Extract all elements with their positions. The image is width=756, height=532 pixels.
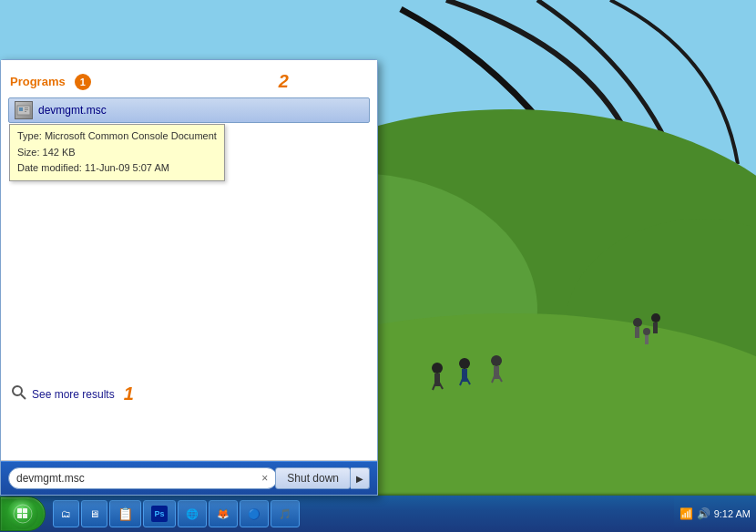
taskbar-item-chrome[interactable]: 🌐 — [178, 500, 207, 527]
taskbar-item-itunes[interactable]: 🎵 — [271, 500, 300, 527]
svg-point-13 — [491, 355, 502, 366]
taskbar: 🗂 🖥 📋 Ps 🌐 🦊 🔵 🎵 — [0, 496, 756, 532]
itunes-icon: 🎵 — [279, 508, 291, 520]
see-more-label: See more results — [32, 388, 115, 401]
volume-tray-icon: 🔊 — [697, 506, 711, 521]
taskbar-item-firefox[interactable]: 🦊 — [209, 500, 238, 527]
svg-point-5 — [432, 363, 443, 373]
programs-label: Programs — [10, 75, 66, 88]
search-input[interactable] — [8, 467, 278, 489]
svg-point-30 — [14, 505, 32, 523]
svg-rect-34 — [23, 514, 27, 518]
taskbar-items: 🗂 🖥 📋 Ps 🌐 🦊 🔵 🎵 — [49, 500, 674, 527]
firefox-icon: 🦊 — [217, 508, 230, 520]
finder-icon: 🔵 — [248, 508, 261, 520]
chrome-icon: 🌐 — [186, 508, 199, 520]
search-icon — [12, 385, 26, 403]
start-menu-content: Programs 1 2 devmgmt.msc — [1, 60, 377, 461]
shutdown-arrow-button[interactable]: ▶ — [351, 467, 370, 489]
start-menu-bottom: × Shut down ▶ — [1, 461, 377, 495]
devmgmt-tooltip: Type: Microsoft Common Console Document … — [9, 124, 225, 181]
svg-rect-25 — [25, 107, 28, 108]
svg-rect-18 — [635, 327, 639, 338]
svg-rect-24 — [19, 107, 23, 111]
svg-rect-32 — [23, 508, 27, 513]
svg-rect-27 — [25, 111, 26, 112]
taskbar-item-manager[interactable]: 🖥 — [81, 500, 107, 527]
tooltip-size: Size: 142 KB — [17, 145, 217, 161]
svg-point-21 — [643, 328, 650, 335]
annotation-1: 1 — [124, 384, 134, 404]
notepad-icon: 📋 — [117, 506, 133, 521]
svg-point-9 — [459, 358, 470, 369]
svg-rect-31 — [17, 508, 22, 513]
programs-count: 1 — [75, 74, 91, 90]
system-tray: 📶 🔊 9:12 AM — [674, 496, 756, 531]
taskbar-clock: 9:12 AM — [714, 508, 751, 519]
devmgmt-icon — [15, 101, 33, 119]
svg-rect-22 — [645, 335, 649, 344]
svg-point-28 — [13, 386, 22, 395]
programs-header: Programs 1 2 — [8, 67, 370, 97]
svg-point-19 — [651, 313, 660, 322]
photoshop-icon: Ps — [151, 506, 168, 522]
svg-line-29 — [21, 394, 26, 399]
shutdown-group: Shut down ▶ — [275, 467, 370, 489]
start-menu: Programs 1 2 devmgmt.msc — [0, 59, 378, 496]
taskbar-item-finder[interactable]: 🔵 — [240, 500, 269, 527]
explorer-icon: 🗂 — [61, 508, 71, 519]
annotation-2: 2 — [279, 71, 289, 92]
network-tray-icon: 📶 — [679, 506, 694, 521]
windows-orb — [7, 498, 38, 529]
svg-rect-33 — [17, 514, 22, 518]
svg-rect-20 — [653, 322, 658, 333]
taskbar-item-explorer[interactable]: 🗂 — [53, 500, 79, 527]
shutdown-button[interactable]: Shut down — [275, 467, 351, 489]
search-clear-button[interactable]: × — [261, 472, 268, 485]
devmgmt-label: devmgmt.msc — [38, 104, 107, 117]
clock-time: 9:12 AM — [714, 508, 751, 519]
see-more-results[interactable]: See more results 1 — [8, 378, 370, 410]
taskbar-item-photoshop[interactable]: Ps — [143, 500, 176, 527]
tooltip-type: Type: Microsoft Common Console Document — [17, 128, 217, 145]
svg-rect-26 — [25, 109, 28, 110]
search-result-devmgmt[interactable]: devmgmt.msc Type: Microsoft Common Conso… — [8, 97, 370, 123]
taskbar-item-notepad[interactable]: 📋 — [109, 500, 141, 527]
tooltip-date: Date modified: 11-Jun-09 5:07 AM — [17, 160, 217, 177]
search-box-container: × — [8, 467, 268, 489]
manager-icon: 🖥 — [89, 508, 99, 519]
svg-point-17 — [633, 318, 642, 327]
desktop: Programs 1 2 devmgmt.msc — [0, 0, 756, 532]
start-button[interactable] — [0, 496, 46, 531]
